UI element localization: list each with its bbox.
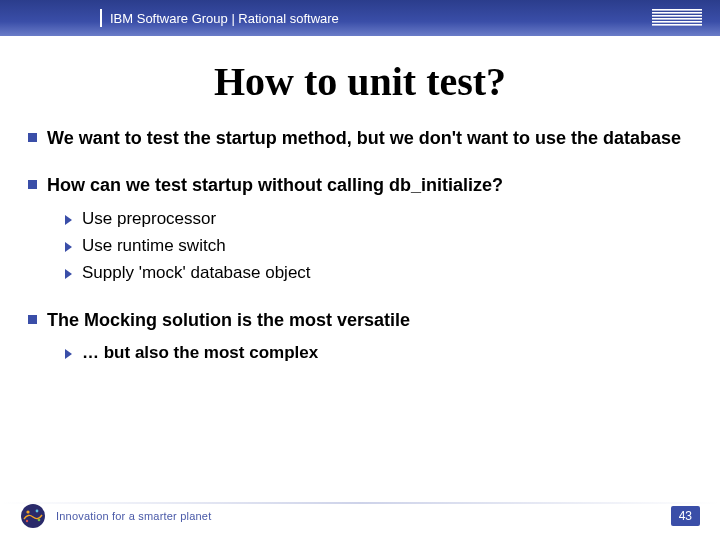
sub-bullet-item: Use preprocessor: [64, 208, 692, 231]
sub-bullet-text: Use preprocessor: [82, 208, 216, 231]
header-divider: [100, 9, 102, 27]
chevron-right-icon: [64, 239, 74, 257]
bullet-item: How can we test startup without calling …: [28, 174, 692, 197]
bullet-text: How can we test startup without calling …: [47, 174, 503, 197]
square-bullet-icon: [28, 315, 37, 324]
svg-rect-2: [652, 15, 702, 17]
footer-tagline: Innovation for a smarter planet: [56, 510, 211, 522]
sub-bullet-text: … but also the most complex: [82, 342, 318, 365]
slide-title: How to unit test?: [0, 58, 720, 105]
svg-rect-0: [652, 9, 702, 11]
ibm-logo-icon: [652, 9, 702, 27]
bullet-text: The Mocking solution is the most versati…: [47, 309, 410, 332]
bullet-item: The Mocking solution is the most versati…: [28, 309, 692, 332]
page-number: 43: [671, 506, 700, 526]
svg-point-9: [38, 519, 41, 522]
slide: IBM Software Group | Rational software H…: [0, 0, 720, 540]
globe-icon: [20, 503, 46, 529]
svg-rect-4: [652, 21, 702, 23]
sub-bullet-item: Use runtime switch: [64, 235, 692, 258]
svg-rect-3: [652, 18, 702, 20]
header-title: IBM Software Group | Rational software: [110, 11, 339, 26]
svg-rect-1: [652, 12, 702, 14]
square-bullet-icon: [28, 180, 37, 189]
sub-bullet-item: Supply 'mock' database object: [64, 262, 692, 285]
bullet-item: We want to test the startup method, but …: [28, 127, 692, 150]
sub-bullet-text: Supply 'mock' database object: [82, 262, 311, 285]
svg-point-7: [26, 510, 29, 513]
chevron-right-icon: [64, 266, 74, 284]
chevron-right-icon: [64, 212, 74, 230]
content-area: We want to test the startup method, but …: [0, 127, 720, 365]
footer: Innovation for a smarter planet 43: [0, 498, 720, 540]
sub-bullet-item: … but also the most complex: [64, 342, 692, 365]
svg-rect-5: [652, 24, 702, 26]
sub-bullet-text: Use runtime switch: [82, 235, 226, 258]
svg-point-8: [36, 510, 39, 513]
header-inner: IBM Software Group | Rational software: [0, 0, 720, 36]
bullet-text: We want to test the startup method, but …: [47, 127, 681, 150]
chevron-right-icon: [64, 346, 74, 364]
header-bar: IBM Software Group | Rational software: [0, 0, 720, 36]
svg-point-10: [26, 520, 28, 522]
square-bullet-icon: [28, 133, 37, 142]
header-title-wrap: IBM Software Group | Rational software: [0, 9, 339, 27]
